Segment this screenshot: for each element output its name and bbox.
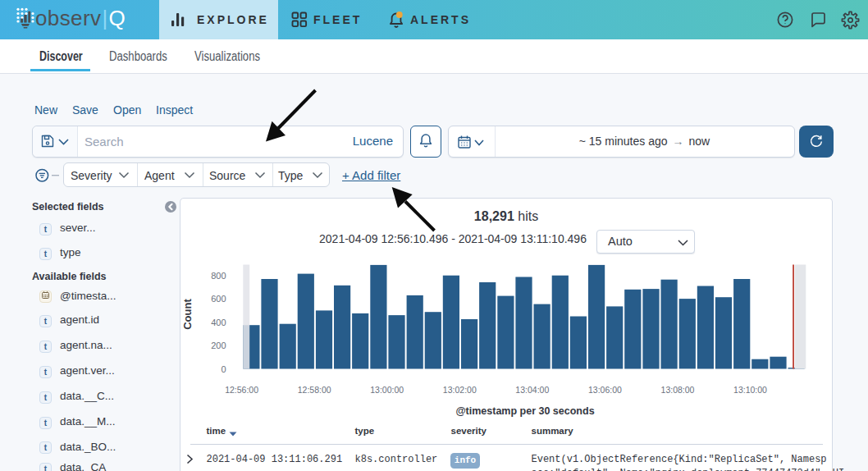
svg-text:13:00:00: 13:00:00 (370, 385, 404, 395)
svg-text:600: 600 (211, 294, 226, 304)
svg-text:13:02:00: 13:02:00 (443, 385, 477, 395)
svg-text:Count: Count (181, 299, 194, 330)
svg-text:13:04:00: 13:04:00 (515, 385, 549, 395)
svg-text:13:10:00: 13:10:00 (733, 385, 767, 395)
svg-text:@timestamp per 30 seconds: @timestamp per 30 seconds (455, 405, 594, 417)
svg-text:200: 200 (211, 341, 226, 350)
svg-text:800: 800 (211, 271, 226, 281)
svg-text:400: 400 (211, 318, 226, 327)
svg-text:12:58:00: 12:58:00 (298, 385, 331, 395)
svg-text:12:56:00: 12:56:00 (225, 385, 258, 395)
svg-text:0: 0 (221, 364, 226, 374)
svg-text:13:08:00: 13:08:00 (661, 385, 695, 395)
svg-text:13:06:00: 13:06:00 (588, 385, 622, 395)
